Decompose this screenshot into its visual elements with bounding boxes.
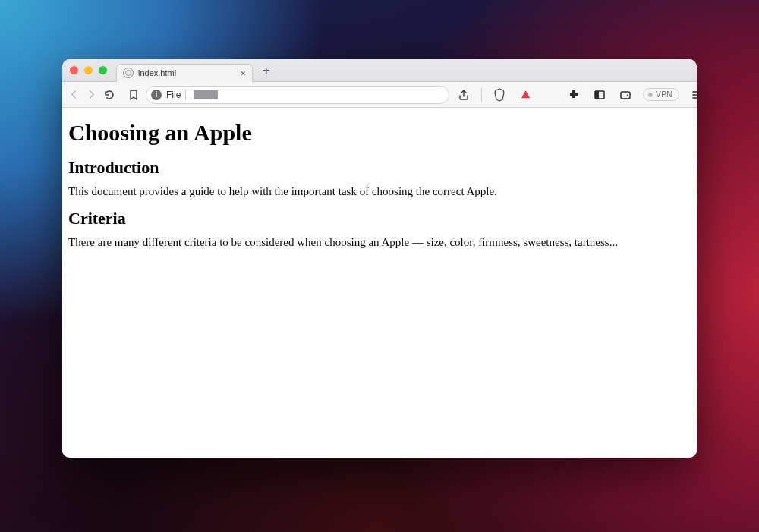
vpn-status-dot-icon [648,93,653,97]
section-heading-introduction: Introduction [68,158,691,178]
tab-title: index.html [138,68,235,77]
share-button[interactable] [455,87,472,103]
fullscreen-window-button[interactable] [99,66,107,74]
app-menu-button[interactable] [688,87,697,103]
wallet-button[interactable] [617,87,634,103]
svg-rect-1 [595,91,599,99]
back-button[interactable] [68,87,80,103]
url-scheme-label: File [166,90,181,100]
extensions-button[interactable] [565,87,582,103]
criteria-paragraph: There are many different criteria to be … [68,236,691,249]
svg-rect-2 [621,92,630,99]
toolbar-separator [481,88,482,102]
reload-button[interactable] [103,87,115,103]
minimize-window-button[interactable] [84,66,93,74]
forward-button[interactable] [86,87,97,103]
url-path-redacted [194,90,218,99]
new-tab-button[interactable]: + [259,64,274,77]
brave-shields-icon[interactable] [491,87,508,103]
close-tab-button[interactable]: × [240,68,246,79]
toolbar-right: VPN [455,87,697,103]
vpn-button[interactable]: VPN [643,88,679,101]
section-heading-criteria: Criteria [68,209,691,228]
address-divider [185,90,186,100]
close-window-button[interactable] [70,66,78,74]
intro-paragraph: This document provides a guide to help w… [68,185,691,198]
brave-rewards-icon[interactable] [517,87,534,103]
site-info-icon[interactable]: i [151,90,162,100]
file-favicon-icon [123,68,134,78]
sidebar-toggle-button[interactable] [591,87,608,103]
tab-strip: index.html × + [62,59,697,82]
page-content: Choosing an Apple Introduction This docu… [62,108,697,458]
page-heading-1: Choosing an Apple [68,120,691,146]
window-controls [70,66,107,74]
vpn-label: VPN [656,90,672,99]
svg-point-3 [627,94,628,96]
browser-window: index.html × + i File [62,59,697,458]
browser-tab[interactable]: index.html × [116,64,253,82]
address-bar[interactable]: i File [146,86,449,104]
toolbar: i File [62,82,697,108]
bookmark-button[interactable] [128,87,140,103]
